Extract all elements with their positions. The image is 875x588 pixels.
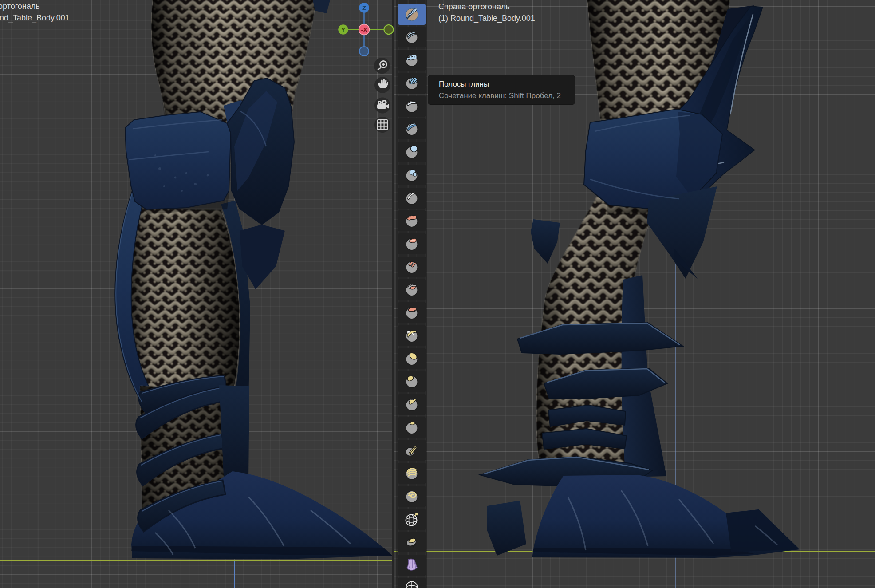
svg-text:Y: Y [341, 26, 345, 33]
svg-text:-X: -X [361, 26, 368, 33]
svg-text:Z: Z [362, 4, 366, 12]
